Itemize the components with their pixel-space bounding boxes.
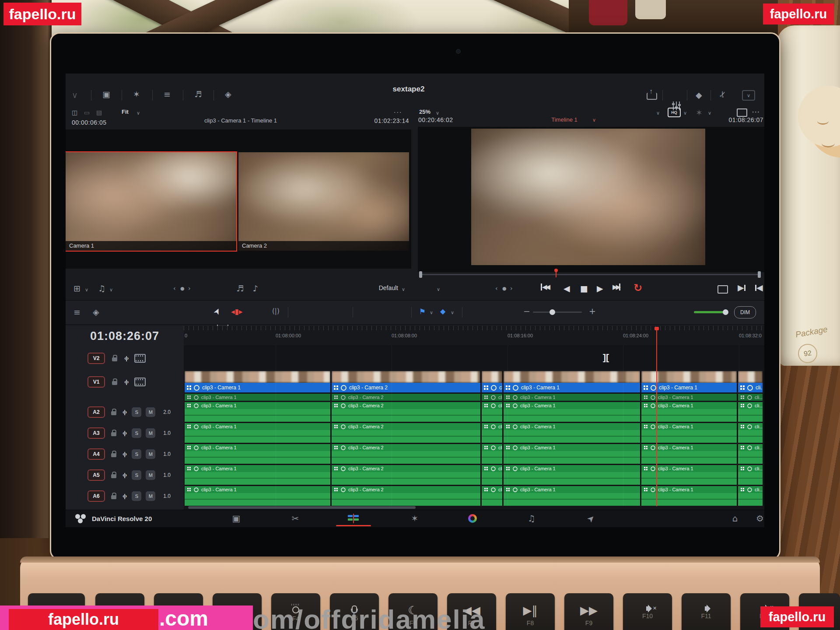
zoom-out-icon[interactable]: − — [523, 307, 530, 315]
metadata-icon[interactable]: ◆ — [696, 91, 702, 99]
audio-clip[interactable]: cli...a 1 — [738, 465, 763, 485]
audio-clip[interactable]: clip3 - Camera 1 — [641, 394, 737, 401]
solo-button[interactable]: S — [132, 491, 141, 501]
track-header-a4[interactable]: A4‹|›SM1.0 — [66, 444, 184, 464]
track-lane-a6[interactable]: clip3 - Camera 1clip3 - Camera 2cli...a … — [184, 486, 764, 506]
auto-select-icon[interactable]: ‹|› — [124, 355, 128, 361]
source-zoom-select[interactable]: Fit — [122, 108, 129, 115]
dim-button[interactable]: DIM — [734, 306, 756, 318]
lock-icon[interactable] — [111, 495, 116, 499]
page-fairlight[interactable]: ♫ — [518, 512, 545, 525]
track-lane-a2[interactable]: clip3 - Camera 1clip3 - Camera 2cli...a … — [184, 402, 764, 422]
audio-clip[interactable]: clip3 - Camera 1 — [185, 444, 331, 464]
jog-right-icon[interactable]: › — [510, 285, 513, 291]
track-lane-a1-partial[interactable]: clip3 - Camera 1clip3 - Camera 2cli...a … — [184, 394, 764, 401]
audio-clip[interactable]: cli...a 1 — [482, 486, 503, 506]
lock-icon[interactable] — [111, 411, 116, 415]
audio-clip[interactable]: clip3 - Camera 1 — [504, 423, 640, 443]
audio-clip[interactable]: clip3 - Camera 1 — [185, 423, 331, 443]
quick-export-icon[interactable] — [647, 93, 657, 100]
timeline-playhead-head[interactable] — [654, 327, 659, 330]
audio-clip[interactable]: cli...a 1 — [738, 444, 763, 464]
lock-icon[interactable] — [112, 357, 117, 361]
play-button[interactable]: ▶ — [597, 284, 603, 293]
solo-button[interactable]: S — [132, 470, 141, 480]
track-header-a3[interactable]: A3‹|›SM1.0 — [66, 423, 184, 443]
proxy-hq-icon[interactable]: HQ — [668, 108, 681, 117]
video-audio-icon[interactable]: ♬ — [236, 284, 244, 293]
track-header-v2[interactable]: V2‹|› — [66, 346, 184, 370]
audio-clip[interactable]: clip3 - Camera 1 — [641, 423, 737, 443]
audio-clip[interactable]: clip3 - Camera 1 — [641, 465, 737, 485]
video-clip[interactable]: clip3 - Camera 1 — [641, 371, 737, 392]
mute-button[interactable]: M — [146, 407, 155, 417]
track-lane-a4[interactable]: clip3 - Camera 1clip3 - Camera 2cli...a … — [184, 444, 764, 464]
audio-clip[interactable]: clip3 - Camera 1 — [185, 486, 331, 506]
page-home[interactable]: ⌂ — [722, 512, 748, 525]
auto-select-icon[interactable]: ‹|› — [124, 378, 128, 385]
track-lane-v2[interactable]: ][ — [184, 346, 764, 370]
index-icon[interactable]: ≡ — [164, 90, 171, 98]
viewer-mode-b-icon[interactable]: ▭ — [84, 109, 90, 116]
track-lane-v1[interactable]: clip3 - Camera 1clip3 - Camera 2cli...a … — [184, 371, 764, 392]
multicam-angle[interactable]: Camera 1 — [66, 151, 237, 252]
track-badge[interactable]: A4 — [88, 448, 105, 460]
track-badge[interactable]: A5 — [88, 469, 105, 481]
fullscreen-icon[interactable] — [737, 108, 747, 117]
track-header-a2[interactable]: A2‹|›SM2.0 — [66, 402, 184, 422]
viewer-scrubber[interactable] — [421, 274, 760, 275]
page-settings[interactable]: ⚙ — [747, 512, 764, 525]
transitions-tool-icon[interactable]: ◈ — [93, 308, 99, 316]
audio-clip[interactable]: clip3 - Camera 1 — [641, 486, 737, 506]
blade-tool-icon[interactable]: (|) — [272, 308, 280, 315]
enhanced-viewer-icon[interactable]: ✶ — [696, 108, 703, 117]
auto-select-icon[interactable]: ‹|› — [122, 409, 126, 415]
auto-select-icon[interactable]: ‹|› — [122, 472, 126, 478]
lock-icon[interactable] — [112, 381, 117, 385]
solo-button[interactable]: S — [132, 407, 141, 417]
page-fusion[interactable]: ✶ — [402, 512, 428, 525]
stop-button[interactable]: ■ — [580, 284, 588, 293]
audio-clip[interactable]: cli...a 1 — [738, 394, 763, 401]
auto-select-icon[interactable]: ‹|› — [122, 493, 126, 499]
match-frame-icon[interactable] — [718, 285, 728, 294]
zoom-slider-knob[interactable] — [550, 309, 555, 315]
effects-icon[interactable]: ✶ — [133, 90, 140, 98]
mute-button[interactable]: M — [146, 470, 155, 480]
audio-clip[interactable]: clip3 - Camera 1 — [185, 465, 331, 485]
viewer-overflow-icon[interactable]: ⋯ — [752, 108, 760, 116]
mute-button[interactable]: M — [146, 491, 155, 501]
track-lane-a3[interactable]: clip3 - Camera 1clip3 - Camera 2cli...a … — [184, 423, 764, 443]
lock-icon[interactable] — [111, 432, 116, 436]
timeline-playhead[interactable] — [656, 329, 657, 506]
inspector-toggle-icon[interactable]: ∨ — [742, 90, 755, 101]
audio-clip[interactable]: clip3 - Camera 1 — [504, 465, 640, 485]
lock-icon[interactable] — [111, 453, 116, 457]
audio-clip[interactable]: clip3 - Camera 2 — [332, 486, 481, 506]
timeline-scrollbar[interactable] — [188, 506, 416, 509]
page-color[interactable] — [459, 512, 486, 525]
audio-clip[interactable]: cli...a 1 — [738, 423, 763, 443]
track-badge[interactable]: A2 — [88, 406, 105, 418]
program-zoom-select[interactable]: 25% — [419, 108, 430, 115]
jog-left-icon[interactable]: ‹ — [495, 285, 498, 291]
trim-edit-mode-icon[interactable]: ◂▮▸ — [231, 307, 242, 316]
audio-clip[interactable]: clip3 - Camera 1 — [504, 402, 640, 422]
audio-clip[interactable]: cli...a 1 — [738, 402, 763, 422]
audio-clip[interactable]: clip3 - Camera 1 — [504, 486, 640, 506]
scrubber-end-handle[interactable] — [758, 271, 761, 278]
audio-clip[interactable]: clip3 - Camera 1 — [641, 402, 737, 422]
go-to-start-button[interactable]: ◀◀ — [541, 284, 549, 290]
audio-clip[interactable]: clip3 - Camera 2 — [332, 444, 481, 464]
audio-clip[interactable]: clip3 - Camera 2 — [332, 423, 481, 443]
track-header-v1[interactable]: V1‹|› — [66, 371, 184, 392]
collapse-icon[interactable]: ∨ — [72, 91, 78, 99]
timeline-view-icon[interactable]: ⊞ — [74, 284, 80, 293]
audio-only-icon[interactable]: ♪ — [253, 284, 258, 293]
track-lane-a5[interactable]: clip3 - Camera 1clip3 - Camera 2cli...a … — [184, 465, 764, 485]
audio-trim-view-icon[interactable]: ♫ — [98, 284, 105, 293]
audio-clip[interactable]: cli...a 1 — [482, 444, 503, 464]
next-edit-icon[interactable]: ▶ — [738, 284, 746, 292]
timeline-options-icon[interactable]: ≡ — [74, 308, 80, 316]
track-header-a5[interactable]: A5‹|›SM1.0 — [66, 465, 184, 485]
